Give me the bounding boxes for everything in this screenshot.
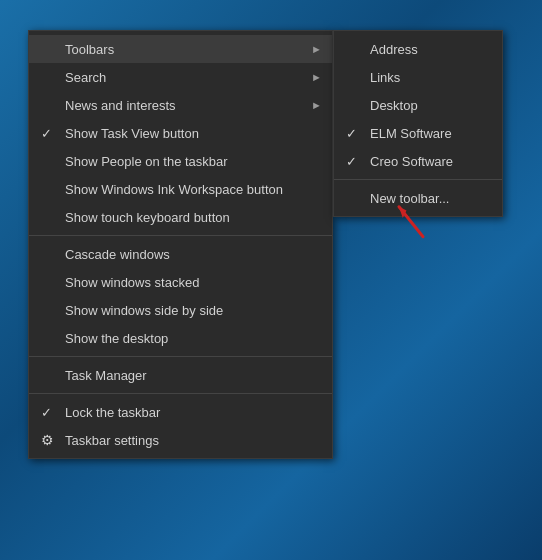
checkmark-lock-icon: ✓ xyxy=(41,405,52,420)
submenu-item-links[interactable]: Links xyxy=(334,63,502,91)
menu-item-search[interactable]: Search ► xyxy=(29,63,332,91)
menu-item-settings[interactable]: ⚙ Taskbar settings xyxy=(29,426,332,454)
menu-item-toolbars[interactable]: Toolbars ► xyxy=(29,35,332,63)
menu-item-stacked[interactable]: Show windows stacked xyxy=(29,268,332,296)
gear-icon: ⚙ xyxy=(41,432,54,448)
menu-item-lock[interactable]: ✓ Lock the taskbar xyxy=(29,398,332,426)
checkmark-elm-icon: ✓ xyxy=(346,126,357,141)
submenu-item-newtoolbar[interactable]: New toolbar... xyxy=(334,184,502,212)
submenu-item-creo[interactable]: ✓ Creo Software xyxy=(334,147,502,175)
menu-item-winink[interactable]: Show Windows Ink Workspace button xyxy=(29,175,332,203)
submenu-divider-1 xyxy=(334,179,502,180)
submenu-arrow-icon: ► xyxy=(311,43,322,55)
submenu-item-elm[interactable]: ✓ ELM Software xyxy=(334,119,502,147)
submenu-arrow-search-icon: ► xyxy=(311,71,322,83)
toolbars-submenu: Address Links Desktop ✓ ELM Software ✓ C… xyxy=(333,30,503,217)
menu-item-taskmanager[interactable]: Task Manager xyxy=(29,361,332,389)
context-menu: Toolbars ► Search ► News and interests ►… xyxy=(28,30,333,459)
menu-item-people[interactable]: Show People on the taskbar xyxy=(29,147,332,175)
menu-item-sidebyside[interactable]: Show windows side by side xyxy=(29,296,332,324)
menu-item-touchkb[interactable]: Show touch keyboard button xyxy=(29,203,332,231)
menu-item-news[interactable]: News and interests ► xyxy=(29,91,332,119)
submenu-item-address[interactable]: Address xyxy=(334,35,502,63)
menu-item-cascade[interactable]: Cascade windows xyxy=(29,240,332,268)
submenu-arrow-news-icon: ► xyxy=(311,99,322,111)
menu-item-taskview[interactable]: ✓ Show Task View button xyxy=(29,119,332,147)
checkmark-taskview-icon: ✓ xyxy=(41,126,52,141)
divider-2 xyxy=(29,356,332,357)
menu-item-desktop[interactable]: Show the desktop xyxy=(29,324,332,352)
divider-1 xyxy=(29,235,332,236)
divider-3 xyxy=(29,393,332,394)
checkmark-creo-icon: ✓ xyxy=(346,154,357,169)
submenu-item-desktop[interactable]: Desktop xyxy=(334,91,502,119)
